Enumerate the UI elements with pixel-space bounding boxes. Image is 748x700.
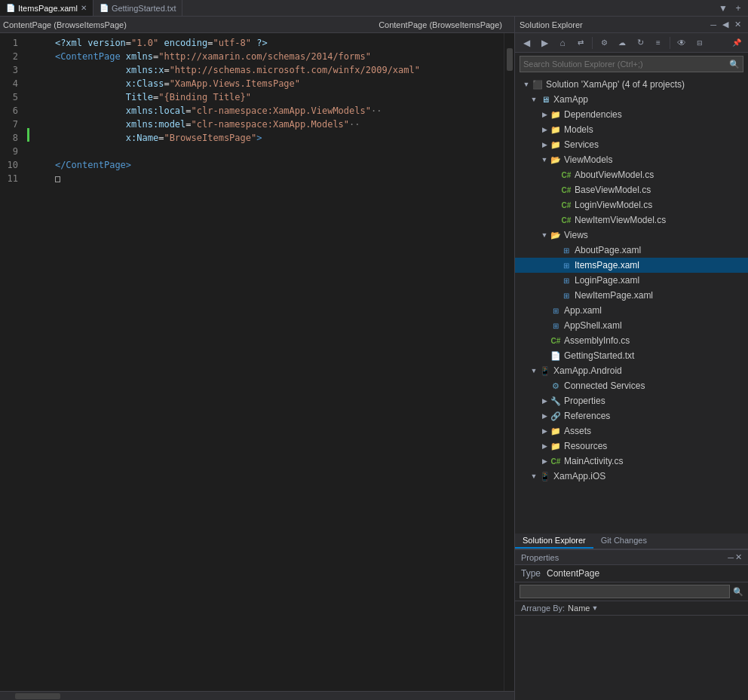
dependencies-folder-icon: 📁: [550, 109, 562, 121]
appshell-icon: ⊞: [550, 319, 562, 332]
se-more1-btn[interactable]: ⚙: [596, 35, 612, 51]
tree-item-loginpage[interactable]: ⊞ LoginPage.xaml: [515, 273, 748, 288]
arrange-value: Name: [568, 604, 590, 613]
tree-item-newitempage[interactable]: ⊞ NewItemPage.xaml: [515, 288, 748, 303]
expand-ios[interactable]: ▼: [529, 472, 539, 480]
expand-viewmodels[interactable]: ▼: [539, 156, 550, 164]
se-search-input[interactable]: [523, 60, 726, 69]
editor-content: 1 2 3 4 5 6 7 8 9 10 11 <?xml version="1…: [0, 33, 514, 691]
se-minimize-btn[interactable]: ◀: [720, 20, 731, 29]
properties-close-btn[interactable]: ✕: [735, 552, 742, 562]
tree-item-baseviewmodel[interactable]: C# BaseViewModel.cs: [515, 182, 748, 197]
tree-item-dependencies[interactable]: ▶ 📁 Dependencies: [515, 107, 748, 122]
assemblyinfo-label: AssemblyInfo.cs: [564, 335, 630, 346]
views-folder-icon: 📂: [550, 229, 562, 241]
tab-solution-explorer[interactable]: Solution Explorer: [515, 533, 593, 549]
expand-solution[interactable]: ▼: [521, 81, 532, 88]
tree-item-viewmodels[interactable]: ▼ 📂 ViewModels: [515, 152, 748, 167]
se-forward-btn[interactable]: ▶: [536, 35, 553, 51]
viewmodels-label: ViewModels: [564, 154, 612, 165]
tab-itemspage-xaml[interactable]: 📄 ItemsPage.xaml ✕: [0, 0, 94, 16]
code-line-1: <?xml version="1.0" encoding="utf-8" ?>: [33, 36, 498, 50]
expand-dependencies[interactable]: ▶: [539, 111, 550, 118]
loginpage-icon: ⊞: [560, 274, 572, 286]
se-tree: ▼ ⬛ Solution 'XamApp' (4 of 4 projects) …: [515, 75, 748, 533]
expand-android[interactable]: ▼: [529, 367, 539, 374]
connected-services-label: Connected Services: [564, 381, 645, 391]
solution-icon: ⬛: [532, 78, 544, 90]
se-collapse-btn[interactable]: ⊟: [691, 35, 708, 51]
tree-item-properties[interactable]: ▶ 🔧 Properties: [515, 393, 748, 408]
code-line-3: xmlns:x="http://schemas.microsoft.com/wi…: [33, 63, 498, 77]
prop-search-input[interactable]: [520, 585, 730, 598]
tree-item-assets[interactable]: ▶ 📁 Assets: [515, 423, 748, 439]
tree-item-services[interactable]: ▶ 📁 Services: [515, 137, 748, 152]
assets-folder-icon: 📁: [550, 425, 562, 437]
arrange-dropdown-icon[interactable]: ▼: [591, 604, 598, 612]
code-editor[interactable]: <?xml version="1.0" encoding="utf-8" ?> …: [27, 33, 504, 691]
gettingstarted-icon: 📄: [550, 350, 562, 362]
prop-search-icon: 🔍: [733, 587, 743, 597]
references-icon: 🔗: [550, 410, 562, 422]
se-refresh-btn[interactable]: ↻: [632, 35, 648, 51]
tree-item-aboutviewmodel[interactable]: C# AboutViewModel.cs: [515, 167, 748, 182]
expand-models[interactable]: ▶: [539, 126, 550, 133]
tree-item-connected-services[interactable]: ⚙ Connected Services: [515, 378, 748, 393]
tree-item-references[interactable]: ▶ 🔗 References: [515, 408, 748, 423]
resources-label: Resources: [564, 441, 607, 451]
new-tab-btn[interactable]: +: [731, 2, 745, 15]
se-close-btn[interactable]: ✕: [732, 20, 743, 29]
expand-views[interactable]: ▼: [539, 231, 550, 239]
se-search-box[interactable]: 🔍: [520, 56, 743, 72]
editor-header: ContentPage (BrowseItemsPage) ContentPag…: [0, 17, 514, 33]
code-line-8: x:Name="BrowseItemsPage">: [33, 131, 498, 145]
tree-item-mainactivity[interactable]: ▶ C# MainActivity.cs: [515, 454, 748, 469]
solution-explorer: Solution Explorer ─ ◀ ✕ ◀ ▶ ⌂ ⇄ ⚙ ☁ ↻ ≡ …: [514, 17, 748, 700]
se-filter-btn[interactable]: ≡: [650, 35, 667, 51]
tree-item-newitemviewmodel[interactable]: C# NewItemViewModel.cs: [515, 212, 748, 228]
tree-item-ios[interactable]: ▼ 📱 XamApp.iOS: [515, 469, 748, 484]
tree-item-android[interactable]: ▼ 📱 XamApp.Android: [515, 363, 748, 378]
tree-item-appxaml[interactable]: ⊞ App.xaml: [515, 303, 748, 318]
tree-item-resources[interactable]: ▶ 📁 Resources: [515, 439, 748, 454]
se-pin-btn[interactable]: ─: [708, 20, 719, 29]
se-home-btn[interactable]: ⌂: [554, 35, 571, 51]
tree-item-gettingstarted[interactable]: 📄 GettingStarted.txt: [515, 348, 748, 363]
editor-minimap: [504, 33, 514, 691]
views-label: Views: [564, 230, 588, 240]
appxaml-icon: ⊞: [550, 304, 562, 316]
tree-item-xamapp[interactable]: ▼ 🖥 XamApp: [515, 92, 748, 107]
tree-item-itemspage[interactable]: ⊞ ItemsPage.xaml: [515, 258, 748, 273]
ios-label: XamApp.iOS: [553, 471, 605, 481]
se-pin2-btn[interactable]: 📌: [728, 35, 745, 51]
services-label: Services: [564, 139, 599, 150]
properties-label: Properties: [564, 396, 605, 406]
se-preview-btn[interactable]: 👁: [673, 35, 690, 51]
se-more2-btn[interactable]: ☁: [614, 35, 630, 51]
references-label: References: [564, 411, 610, 421]
tab-git-changes[interactable]: Git Changes: [593, 533, 654, 549]
tree-item-loginviewmodel[interactable]: C# LoginViewModel.cs: [515, 197, 748, 212]
tree-item-models[interactable]: ▶ 📁 Models: [515, 122, 748, 137]
tree-item-solution[interactable]: ▼ ⬛ Solution 'XamApp' (4 of 4 projects): [515, 77, 748, 92]
breadcrumb-right: ContentPage (BrowseItemsPage): [379, 20, 502, 29]
tree-item-aboutpage[interactable]: ⊞ AboutPage.xaml: [515, 243, 748, 258]
tree-item-views[interactable]: ▼ 📂 Views: [515, 228, 748, 243]
tree-item-appshell[interactable]: ⊞ AppShell.xaml: [515, 318, 748, 333]
toolbar-divider1: [592, 37, 593, 49]
expand-services[interactable]: ▶: [539, 141, 550, 148]
tab-close-btn[interactable]: ✕: [81, 4, 87, 12]
tab-gettingstarted[interactable]: 📄 GettingStarted.txt: [94, 0, 183, 16]
basevm-icon: C#: [560, 184, 572, 196]
prop-type-key: Type: [521, 568, 541, 579]
se-sync-btn[interactable]: ⇄: [572, 35, 589, 51]
tab-bar: 📄 ItemsPage.xaml ✕ 📄 GettingStarted.txt …: [0, 0, 748, 17]
properties-header: Properties ─ ✕: [515, 550, 748, 565]
se-back-btn[interactable]: ◀: [518, 35, 535, 51]
expand-xamapp[interactable]: ▼: [529, 96, 539, 103]
properties-pin-btn[interactable]: ─: [728, 552, 734, 562]
change-indicator: [27, 128, 29, 142]
dropdown-btn[interactable]: ▼: [716, 2, 730, 15]
editor-hscrollbar: [0, 691, 514, 700]
tree-item-assemblyinfo[interactable]: C# AssemblyInfo.cs: [515, 333, 748, 348]
